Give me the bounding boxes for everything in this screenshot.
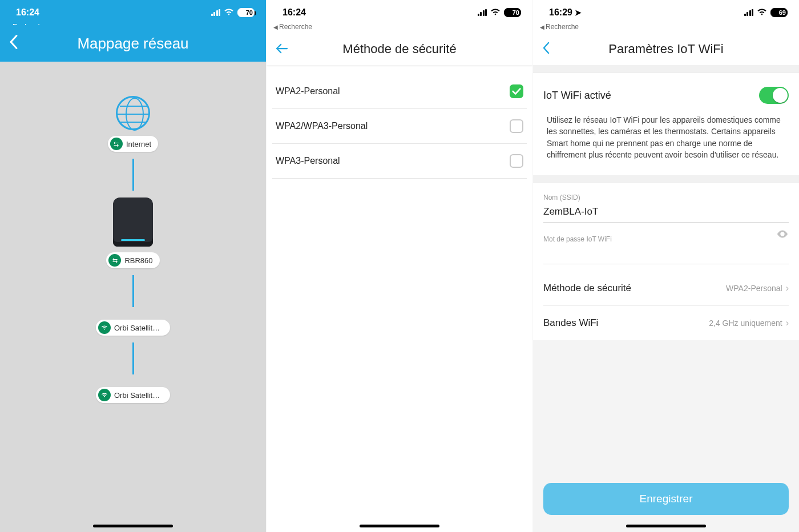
checkbox-unchecked-icon[interactable] [510,119,523,133]
back-to-search-label: Recherche [279,23,312,31]
status-time: 16:24 [283,7,306,18]
ssid-field: Nom (SSID) [543,183,789,225]
status-bar: 16:24 70 [267,0,532,25]
battery-icon: 70 [504,8,521,17]
location-icon: ➤ [575,8,582,17]
node-satellite-2[interactable]: Orbi Satellite-… [96,387,170,403]
node-internet[interactable]: ⇆ Internet [108,136,158,152]
home-indicator[interactable] [93,525,173,527]
home-indicator[interactable] [626,525,706,527]
nav-header: Paramètres IoT WiFi [533,33,799,65]
chevron-right-icon: › [786,318,789,328]
security-option-list: WPA2-Personal WPA2/WPA3-Personal WPA3-Pe… [267,65,532,179]
wifi-bands-row[interactable]: Bandes WiFi 2,4 GHz uniquement › [543,306,789,340]
section-gap [533,175,799,183]
status-time: 16:29➤ [549,7,582,18]
password-input[interactable] [543,245,789,264]
battery-icon: 70 [237,8,255,17]
status-right: 70 [478,8,522,17]
back-chevron-icon[interactable] [542,42,550,57]
option-label: WPA2-Personal [276,86,340,96]
cellular-icon [744,9,754,16]
back-triangle-icon: ◀ [273,24,278,30]
node-satellite-1-label: Orbi Satellite-… [114,324,163,332]
checkbox-checked-icon[interactable] [510,84,523,98]
eye-icon[interactable] [776,229,789,241]
password-field: Mot de passe IoT WiFi [543,225,789,267]
iot-wifi-toggle-row: IoT WiFi activé [543,73,789,110]
option-label: WPA2/WPA3-Personal [276,121,368,131]
nav-header: Mappage réseau [0,25,266,62]
page-title: Paramètres IoT WiFi [608,42,723,57]
wifi-bands-value: 2,4 GHz uniquement [709,319,782,328]
wifi-icon [490,8,501,17]
checkbox-unchecked-icon[interactable] [510,154,523,168]
globe-icon [116,96,150,130]
wifi-mini-icon [98,389,111,401]
cellular-icon [478,9,487,16]
node-router[interactable]: ⇆ RBR860 [106,252,159,268]
link-icon: ⇆ [110,138,123,150]
home-indicator[interactable] [360,525,439,527]
status-bar: 16:24 70 [0,0,266,25]
node-satellite-1[interactable]: Orbi Satellite-… [96,320,170,336]
connection-line [132,159,134,191]
ssid-label: Nom (SSID) [543,194,789,201]
security-option-wpa3[interactable]: WPA3-Personal [272,144,527,179]
wifi-mini-icon [98,321,111,334]
iot-wifi-toggle-label: IoT WiFi activé [543,90,611,102]
node-internet-label: Internet [126,140,151,148]
option-label: WPA3-Personal [276,156,340,166]
save-button[interactable]: Enregistrer [543,483,789,515]
battery-icon: 69 [770,8,788,17]
ssid-input[interactable] [543,204,789,223]
wifi-icon [757,8,767,17]
wifi-bands-label: Bandes WiFi [543,317,598,329]
page-title: Mappage réseau [77,35,188,53]
back-chevron-icon[interactable] [9,35,18,53]
security-option-wpa2[interactable]: WPA2-Personal [272,74,527,109]
node-router-label: RBR860 [124,256,152,265]
nav-header: Méthode de sécurité [267,33,532,65]
status-time: 16:24 [16,7,39,18]
cellular-icon [211,9,221,16]
security-option-wpa2wpa3[interactable]: WPA2/WPA3-Personal [272,109,527,144]
router-icon [113,198,153,247]
back-arrow-icon[interactable] [276,42,288,56]
iot-wifi-toggle[interactable] [759,87,789,104]
network-map: ⇆ Internet ⇆ RBR860 Orbi Satellite-… Orb… [0,62,266,403]
connection-line [132,275,134,307]
back-to-search[interactable]: ◀ Recherche [273,23,312,31]
security-method-label: Méthode de sécurité [543,283,631,294]
back-to-search[interactable]: ◀ Recherche [540,23,579,31]
back-to-search-label: Recherche [546,23,579,31]
security-method-row[interactable]: Méthode de sécurité WPA2-Personal › [543,271,789,306]
status-bar: 16:29➤ 69 [533,0,799,25]
status-right: 70 [211,8,255,17]
link-icon: ⇆ [108,254,121,267]
password-label: Mot de passe IoT WiFi [543,235,789,243]
security-method-value: WPA2-Personal [726,284,782,293]
node-satellite-2-label: Orbi Satellite-… [114,391,163,400]
chevron-right-icon: › [786,283,789,293]
iot-wifi-description: Utilisez le réseau IoT WiFi pour les app… [543,110,789,175]
page-title: Méthode de sécurité [342,42,456,57]
back-triangle-icon: ◀ [540,24,544,30]
wifi-icon [224,8,234,17]
section-gap [533,65,799,73]
status-right: 69 [744,8,788,17]
connection-line [132,342,134,374]
